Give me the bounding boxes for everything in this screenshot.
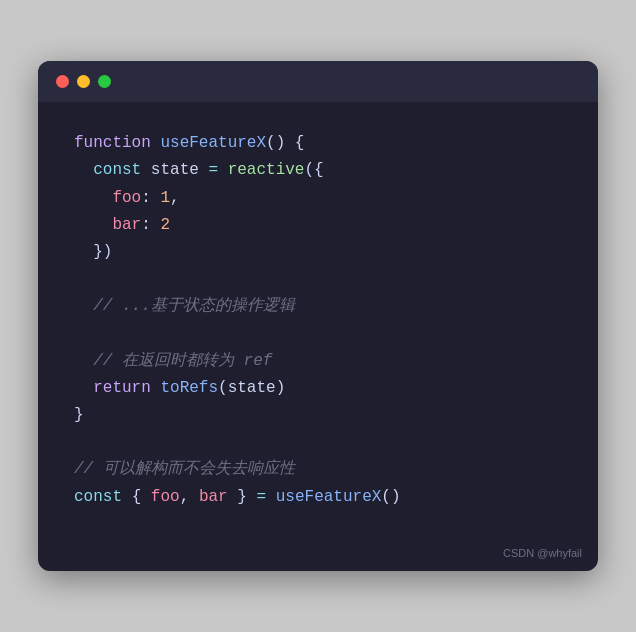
code-block: function useFeatureX() { const state = r… [38,102,598,547]
watermark-text: CSDN @whyfail [503,547,582,559]
code-line: // ...基于状态的操作逻辑 [74,293,562,320]
code-line: foo: 1, [74,185,562,212]
code-line: const state = reactive({ [74,157,562,184]
code-line [74,429,562,456]
code-line: // 可以解构而不会失去响应性 [74,456,562,483]
code-window: function useFeatureX() { const state = r… [38,61,598,571]
minimize-button[interactable] [77,75,90,88]
code-line: // 在返回时都转为 ref [74,348,562,375]
code-line [74,266,562,293]
code-line: return toRefs(state) [74,375,562,402]
code-line: } [74,402,562,429]
code-line: function useFeatureX() { [74,130,562,157]
code-line: bar: 2 [74,212,562,239]
watermark: CSDN @whyfail [38,547,598,571]
titlebar [38,61,598,102]
code-line: const { foo, bar } = useFeatureX() [74,484,562,511]
maximize-button[interactable] [98,75,111,88]
code-line: }) [74,239,562,266]
close-button[interactable] [56,75,69,88]
code-line [74,321,562,348]
